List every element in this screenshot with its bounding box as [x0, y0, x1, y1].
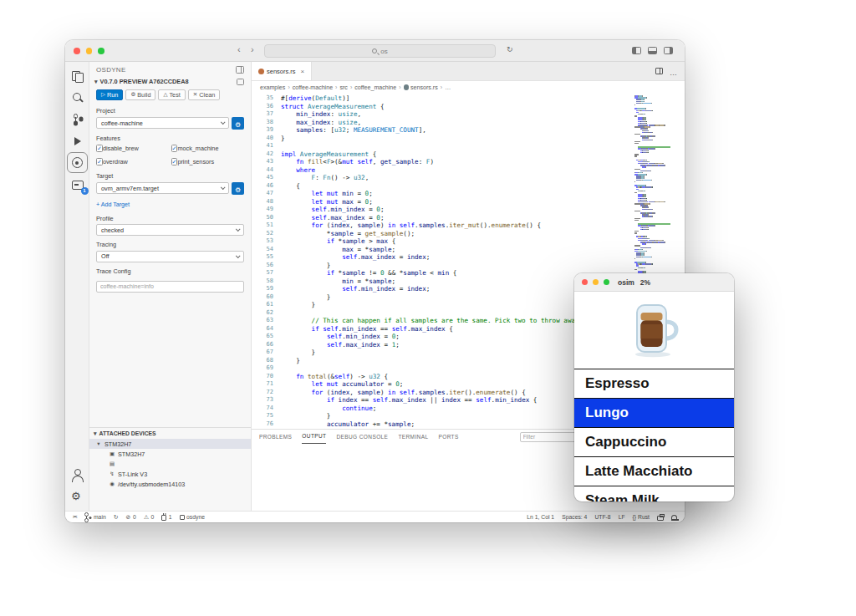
zoom-window-button[interactable]: [98, 48, 104, 54]
line-number[interactable]: 37: [252, 110, 273, 119]
attached-devices-header[interactable]: ATTACHED DEVICES: [89, 428, 251, 439]
line-number[interactable]: 36: [252, 103, 273, 111]
panel-tab-debug-console[interactable]: DEBUG CONSOLE: [336, 430, 388, 444]
code-line[interactable]: 37 min_index: usize,: [252, 110, 636, 119]
customize-layout-icon[interactable]: [664, 47, 673, 54]
line-number[interactable]: 52: [252, 230, 273, 238]
tab-sensors-rs[interactable]: sensors.rs ×: [252, 62, 312, 80]
line-number[interactable]: 41: [252, 142, 273, 150]
breadcrumb-item[interactable]: sensors.rs: [404, 84, 438, 91]
line-number[interactable]: 54: [252, 246, 273, 254]
code-line[interactable]: 38 max_index: usize,: [252, 119, 636, 127]
line-number[interactable]: 58: [252, 277, 273, 286]
line-number[interactable]: 39: [252, 126, 273, 135]
device-item[interactable]: ▾STM32H7: [89, 439, 251, 449]
line-number[interactable]: 59: [252, 285, 273, 293]
code-line[interactable]: 53 if *sample > max {: [252, 237, 636, 246]
device-item[interactable]: ↯ST-Link V3: [89, 469, 251, 479]
status-item[interactable]: osdyne: [180, 514, 205, 520]
activity-item-account[interactable]: [67, 464, 88, 485]
line-number[interactable]: 49: [252, 206, 273, 214]
line-number[interactable]: 71: [252, 380, 273, 389]
split-editor-icon[interactable]: [655, 68, 663, 74]
code-line[interactable]: 36struct AverageMeasurement {: [252, 103, 636, 111]
code-line[interactable]: 43 fn fill<F>(&mut self, get_sample: F): [252, 158, 636, 166]
line-number[interactable]: 69: [252, 364, 273, 373]
line-number[interactable]: 50: [252, 214, 273, 222]
osim-minimize-button[interactable]: [593, 279, 599, 285]
code-line[interactable]: 46 {: [252, 182, 636, 191]
close-window-button[interactable]: [74, 48, 80, 54]
line-number[interactable]: 43: [252, 158, 273, 166]
activity-item-explorer[interactable]: [67, 65, 88, 86]
code-line[interactable]: 42impl AverageMeasurement {: [252, 150, 636, 159]
menu-item-latte-macchiato[interactable]: Latte Macchiato: [574, 456, 734, 486]
code-line[interactable]: 44 where: [252, 166, 636, 175]
trace-config-input[interactable]: [96, 281, 244, 293]
line-number[interactable]: 42: [252, 150, 273, 159]
osim-titlebar[interactable]: osim 2%: [574, 273, 734, 292]
panel-tab-problems[interactable]: PROBLEMS: [259, 430, 292, 444]
line-number[interactable]: 64: [252, 325, 273, 333]
line-number[interactable]: 74: [252, 405, 273, 413]
version-section-header[interactable]: V0.7.0 PREVIEW A762CCDEA8: [89, 75, 251, 87]
status-item[interactable]: LF: [619, 514, 625, 520]
line-number[interactable]: 45: [252, 174, 273, 182]
status-item[interactable]: ⚠0: [144, 514, 155, 520]
feature-checkbox-mock_machine[interactable]: mock_machine: [171, 145, 245, 152]
line-number[interactable]: 35: [252, 94, 273, 103]
line-number[interactable]: 70: [252, 373, 273, 381]
line-number[interactable]: 57: [252, 269, 273, 277]
code-line[interactable]: 54 max = *sample;: [252, 246, 636, 254]
feature-checkbox-print_sensors[interactable]: print_sensors: [171, 158, 245, 165]
breadcrumb-item[interactable]: coffee_machine: [354, 84, 396, 91]
minimize-window-button[interactable]: [86, 48, 93, 54]
code-line[interactable]: 51 for (index, sample) in self.samples.i…: [252, 221, 636, 230]
code-line[interactable]: 50 self.max_index = 0;: [252, 214, 636, 222]
breadcrumb-item[interactable]: …: [445, 84, 451, 91]
line-number[interactable]: 51: [252, 221, 273, 230]
line-number[interactable]: 68: [252, 357, 273, 365]
activity-item-settings[interactable]: [67, 486, 88, 507]
line-number[interactable]: 73: [252, 396, 273, 405]
code-line[interactable]: 40}: [252, 135, 636, 143]
device-item[interactable]: ▣STM32H7: [89, 449, 251, 459]
code-line[interactable]: 41: [252, 142, 636, 150]
menu-item-cappuccino[interactable]: Cappuccino: [574, 427, 734, 456]
menu-item-espresso[interactable]: Espresso: [574, 369, 734, 398]
panel-tab-output[interactable]: OUTPUT: [302, 430, 326, 444]
activity-item-osdyne[interactable]: [67, 152, 88, 173]
code-line[interactable]: 49 self.min_index = 0;: [252, 206, 636, 214]
toggle-sidebar-icon[interactable]: [632, 47, 641, 54]
breadcrumb-item[interactable]: coffee-machine: [293, 84, 333, 91]
code-line[interactable]: 56 }: [252, 262, 636, 270]
breadcrumb-item[interactable]: examples: [260, 84, 285, 91]
line-number[interactable]: 47: [252, 190, 273, 198]
status-item[interactable]: Spaces: 4: [562, 514, 587, 520]
test-button[interactable]: △Test: [158, 89, 185, 100]
panel-tab-terminal[interactable]: TERMINAL: [398, 430, 428, 444]
line-number[interactable]: 75: [252, 412, 273, 420]
code-line[interactable]: 35#[derive(Default)]: [252, 94, 636, 103]
device-item[interactable]: ◉/dev/tty.usbmodem14103: [89, 479, 251, 489]
status-item[interactable]: [671, 514, 677, 521]
add-target-link[interactable]: + Add Target: [96, 201, 130, 208]
line-number[interactable]: 44: [252, 166, 273, 175]
line-number[interactable]: 38: [252, 119, 273, 127]
project-select[interactable]: coffee-machine: [96, 117, 229, 129]
status-item[interactable]: ↻: [114, 514, 119, 520]
project-settings-button[interactable]: [232, 117, 244, 130]
activity-item-run-debug[interactable]: [67, 130, 88, 151]
activity-item-search[interactable]: [67, 87, 88, 108]
code-line[interactable]: 47 let mut min = 0;: [252, 190, 636, 198]
view-options-icon[interactable]: [236, 66, 244, 74]
feature-checkbox-disable_brew[interactable]: disable_brew: [96, 145, 170, 152]
line-number[interactable]: 72: [252, 389, 273, 397]
status-item[interactable]: main: [84, 513, 105, 521]
activity-item-devices[interactable]: 1: [67, 174, 88, 195]
line-number[interactable]: 76: [252, 420, 273, 429]
line-number[interactable]: 55: [252, 253, 273, 262]
status-item[interactable]: ><: [73, 515, 76, 520]
line-number[interactable]: 62: [252, 309, 273, 318]
status-item[interactable]: UTF-8: [594, 514, 610, 520]
